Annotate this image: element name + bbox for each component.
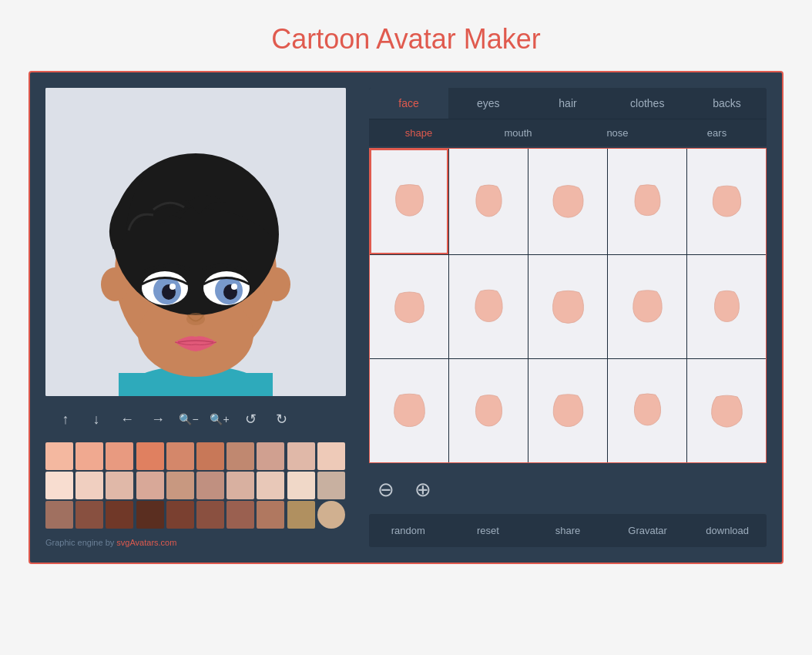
color-swatch-14[interactable]: [166, 472, 194, 499]
sub-tab-nose[interactable]: nose: [568, 119, 667, 146]
action-reset-button[interactable]: reset: [449, 514, 528, 547]
color-swatch-19[interactable]: [317, 472, 345, 499]
color-swatch-13[interactable]: [136, 472, 164, 499]
right-panel: faceeyeshairclothesbacks shapemouthnosee…: [369, 88, 767, 547]
sub-tab-shape[interactable]: shape: [369, 119, 468, 146]
rotate-right-button[interactable]: ↻: [269, 407, 294, 432]
color-swatch-7[interactable]: [257, 442, 284, 470]
color-swatch-1[interactable]: [75, 442, 103, 470]
action-share-button[interactable]: share: [528, 514, 607, 547]
color-swatch-25[interactable]: [196, 501, 224, 529]
color-swatch-26[interactable]: [226, 501, 254, 529]
zoom-out-ctrl-button[interactable]: 🔍−: [176, 407, 201, 432]
color-swatch-4[interactable]: [166, 442, 194, 470]
color-swatch-5[interactable]: [196, 442, 224, 470]
shape-cell-14[interactable]: [608, 359, 686, 462]
shape-grid: [369, 148, 767, 463]
attribution: Graphic engine by svgAvatars.com: [45, 538, 354, 547]
shape-cell-5[interactable]: [687, 149, 766, 254]
color-swatch-22[interactable]: [106, 501, 133, 529]
color-swatch-29[interactable]: [317, 501, 345, 529]
move-right-button[interactable]: →: [146, 407, 170, 432]
color-swatch-11[interactable]: [75, 472, 103, 499]
color-swatch-24[interactable]: [166, 501, 194, 529]
color-swatch-0[interactable]: [45, 442, 73, 470]
color-swatch-17[interactable]: [257, 472, 284, 499]
color-swatch-12[interactable]: [106, 472, 133, 499]
zoom-out-button[interactable]: ⊖: [372, 475, 400, 503]
color-swatch-16[interactable]: [226, 472, 254, 499]
shape-cell-11[interactable]: [370, 359, 448, 462]
action-gravatar-button[interactable]: Gravatar: [609, 514, 687, 547]
main-container: ↑ ↓ ← → 🔍− 🔍+ ↺ ↻ Graphic engine by svgA…: [29, 71, 783, 564]
tabs-row: faceeyeshairclothesbacks: [369, 88, 767, 119]
shape-cell-13[interactable]: [528, 359, 607, 462]
sub-tab-ears[interactable]: ears: [667, 119, 767, 146]
color-swatch-15[interactable]: [196, 472, 224, 499]
shape-cell-12[interactable]: [449, 359, 528, 462]
shape-cell-6[interactable]: [370, 255, 448, 358]
sub-tabs-row: shapemouthnoseears: [369, 119, 767, 146]
action-random-button[interactable]: random: [369, 514, 448, 547]
svg-point-17: [231, 284, 237, 290]
action-row: randomresetshareGravatardownload: [369, 514, 767, 547]
color-swatch-2[interactable]: [106, 442, 133, 470]
shape-cell-7[interactable]: [449, 255, 528, 358]
color-swatch-8[interactable]: [287, 442, 315, 470]
zoom-row: ⊖ ⊕: [369, 475, 767, 503]
sub-tab-mouth[interactable]: mouth: [468, 119, 568, 146]
tab-backs[interactable]: backs: [687, 88, 767, 119]
color-swatch-6[interactable]: [226, 442, 254, 470]
avatar-canvas: [45, 88, 346, 396]
color-swatch-23[interactable]: [136, 501, 164, 529]
color-palette: [45, 442, 346, 529]
tab-clothes[interactable]: clothes: [608, 88, 687, 119]
zoom-in-ctrl-button[interactable]: 🔍+: [207, 407, 232, 432]
color-swatch-21[interactable]: [75, 501, 103, 529]
shape-cell-4[interactable]: [608, 149, 686, 254]
svg-point-18: [186, 313, 205, 325]
zoom-in-button[interactable]: ⊕: [409, 475, 437, 503]
action-download-button[interactable]: download: [688, 514, 767, 547]
tab-eyes[interactable]: eyes: [448, 88, 528, 119]
color-swatch-20[interactable]: [45, 501, 73, 529]
controls-row: ↑ ↓ ← → 🔍− 🔍+ ↺ ↻: [45, 407, 354, 432]
avatar-image: [45, 88, 346, 396]
shape-cell-9[interactable]: [608, 255, 686, 358]
move-left-button[interactable]: ←: [115, 407, 139, 432]
tab-face[interactable]: face: [369, 88, 448, 119]
color-swatch-9[interactable]: [317, 442, 345, 470]
color-swatch-27[interactable]: [257, 501, 284, 529]
color-swatch-28[interactable]: [287, 501, 315, 529]
shape-cell-3[interactable]: [528, 149, 607, 254]
move-up-button[interactable]: ↑: [53, 407, 78, 432]
left-panel: ↑ ↓ ← → 🔍− 🔍+ ↺ ↻ Graphic engine by svgA…: [45, 88, 354, 547]
shape-cell-8[interactable]: [528, 255, 607, 358]
color-swatch-3[interactable]: [136, 442, 164, 470]
shape-cell-2[interactable]: [449, 149, 528, 254]
shape-cell-15[interactable]: [687, 359, 766, 462]
app-title: Cartoon Avatar Maker: [271, 23, 541, 55]
rotate-left-button[interactable]: ↺: [238, 407, 263, 432]
tab-hair[interactable]: hair: [528, 88, 607, 119]
move-down-button[interactable]: ↓: [84, 407, 109, 432]
color-swatch-18[interactable]: [287, 472, 315, 499]
shape-cell-1[interactable]: [370, 149, 448, 254]
shape-cell-10[interactable]: [687, 255, 766, 358]
color-swatch-10[interactable]: [45, 472, 73, 499]
svg-point-16: [169, 284, 176, 290]
